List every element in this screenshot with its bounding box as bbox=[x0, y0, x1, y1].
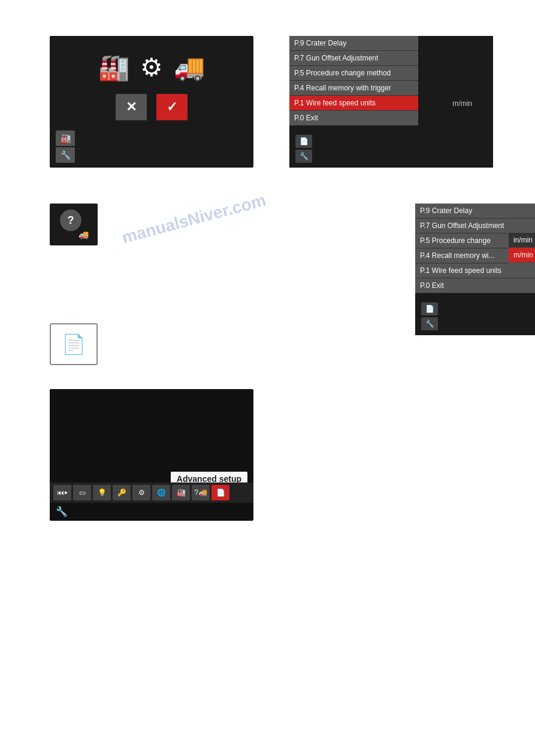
mid-doc-icon: 📄 bbox=[421, 302, 438, 315]
bulb-icon: 💡 bbox=[98, 488, 107, 497]
top-menu-panel: P.9 Crater Delay P.7 Gun Offset Adjustme… bbox=[289, 36, 493, 168]
wire-feed-icon: ⏮▶ bbox=[57, 488, 68, 497]
truck-icon: 🚚 bbox=[174, 53, 205, 82]
question-truck-icon-box: ? 🚚 bbox=[50, 204, 98, 245]
menu-item-p9[interactable]: P.9 Crater Delay bbox=[289, 36, 418, 51]
mid-wrench-icon: 🔧 bbox=[421, 317, 438, 330]
question-inner: ? 🚚 bbox=[59, 210, 89, 239]
bulb-button[interactable]: 💡 bbox=[93, 485, 111, 500]
mid-menu-panel-bottom: 📄 🔧 bbox=[421, 302, 438, 330]
mid-menu-item-p9[interactable]: P.9 Crater Delay bbox=[415, 204, 535, 218]
wrench-small-icon: 🔧 bbox=[56, 147, 75, 163]
menu-item-p5[interactable]: P.5 Procedure change method bbox=[289, 66, 418, 81]
key-icon: 🔑 bbox=[117, 488, 126, 497]
factory-tb-icon: 🏭 bbox=[177, 488, 186, 497]
speed-units-dropdown[interactable]: in/min m/min bbox=[508, 232, 535, 263]
menu-value-p1: m/min bbox=[452, 99, 472, 108]
dropdown-item-mmin[interactable]: m/min bbox=[509, 248, 535, 263]
cancel-x-icon: ✕ bbox=[126, 99, 137, 115]
bottom-wrench-row: 🔧 bbox=[56, 506, 68, 517]
question-truck-button[interactable]: ?🚚 bbox=[192, 485, 210, 500]
display-icon: ▭ bbox=[79, 488, 86, 497]
mid-menu-item-p1[interactable]: P.1 Wire feed speed units m/min bbox=[415, 263, 535, 278]
factory-icon: 🏭 bbox=[98, 53, 129, 82]
menu-item-p1[interactable]: P.1 Wire feed speed units m/min bbox=[289, 96, 418, 111]
confirm-button[interactable]: ✓ bbox=[156, 94, 188, 120]
knob-button[interactable]: ⚙ bbox=[132, 485, 150, 500]
question-circle: ? bbox=[60, 210, 81, 231]
truck-small-icon: 🚚 bbox=[78, 230, 89, 239]
gear-icon: ⚙ bbox=[140, 53, 163, 82]
doc-red-button[interactable]: 📄 bbox=[211, 485, 229, 500]
advanced-setup-panel: Advanced setup ⏮▶ ▭ 💡 🔑 ⚙ 🌐 🏭 ?🚚 📄 🔧 bbox=[50, 389, 253, 521]
menu-list: P.9 Crater Delay P.7 Gun Offset Adjustme… bbox=[289, 36, 418, 126]
question-truck-tb-icon: ?🚚 bbox=[194, 488, 207, 497]
document-icon: 📄 bbox=[62, 333, 86, 356]
mid-menu-panel: P.9 Crater Delay P.7 Gun Offset Adjustme… bbox=[415, 204, 535, 335]
menu-wrench-icon: 🔧 bbox=[295, 150, 312, 163]
wrench-icon: 🔧 bbox=[56, 506, 68, 517]
knob-icon: ⚙ bbox=[138, 488, 145, 497]
factory-button[interactable]: 🏭 bbox=[172, 485, 190, 500]
globe-icon: 🌐 bbox=[157, 488, 166, 497]
wire-feed-button[interactable]: ⏮▶ bbox=[53, 485, 71, 500]
watermark: manualsNiver.com bbox=[120, 191, 268, 248]
panel-bottom-icons: 🏭 🔧 bbox=[56, 130, 75, 163]
menu-item-p4[interactable]: P.4 Recall memory with trigger bbox=[289, 81, 418, 96]
dropdown-item-inmin[interactable]: in/min bbox=[509, 233, 535, 248]
factory-small-icon: 🏭 bbox=[56, 130, 75, 146]
panel-icons-row: 🏭 ⚙ 🚚 bbox=[50, 36, 253, 82]
menu-item-p7[interactable]: P.7 Gun Offset Adjustment bbox=[289, 51, 418, 66]
menu-item-p0[interactable]: P.0 Exit bbox=[289, 111, 418, 126]
cancel-button[interactable]: ✕ bbox=[116, 94, 147, 120]
panel-buttons-row: ✕ ✓ bbox=[50, 94, 253, 120]
mid-menu-item-p7[interactable]: P.7 Gun Offset Adjustment bbox=[415, 218, 535, 233]
doc-icon-box: 📄 bbox=[50, 323, 98, 365]
menu-doc-icon: 📄 bbox=[295, 135, 312, 148]
toolbar-row: ⏮▶ ▭ 💡 🔑 ⚙ 🌐 🏭 ?🚚 📄 bbox=[50, 482, 253, 503]
display-button[interactable]: ▭ bbox=[73, 485, 91, 500]
mid-menu-item-p0[interactable]: P.0 Exit bbox=[415, 278, 535, 293]
factory-reset-panel: 🏭 ⚙ 🚚 ✕ ✓ 🏭 🔧 bbox=[50, 36, 253, 168]
menu-panel-bottom: 📄 🔧 bbox=[295, 135, 312, 163]
doc-red-icon: 📄 bbox=[216, 488, 225, 497]
globe-button[interactable]: 🌐 bbox=[152, 485, 170, 500]
key-button[interactable]: 🔑 bbox=[113, 485, 131, 500]
confirm-check-icon: ✓ bbox=[167, 99, 177, 115]
